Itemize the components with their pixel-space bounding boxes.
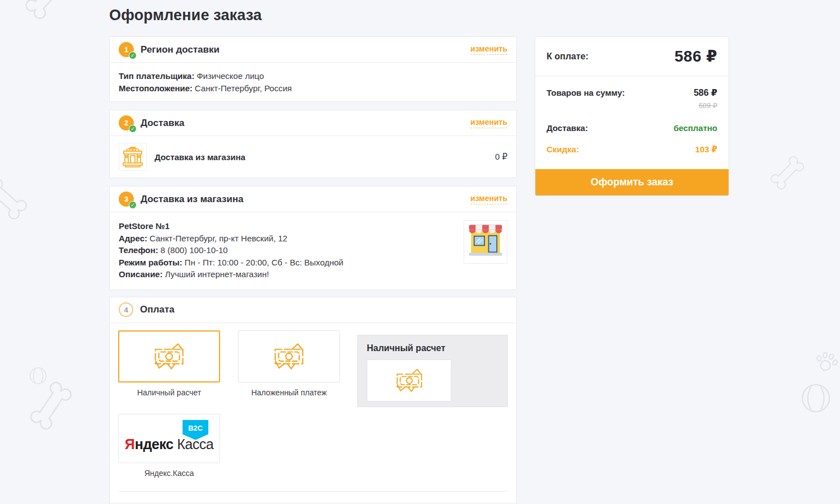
section-pickup-title: Доставка из магазина (141, 194, 244, 205)
order-total-row: К оплате: 586 ₽ (535, 37, 729, 76)
bone-icon (27, 379, 74, 432)
check-icon: ✓ (129, 125, 137, 133)
step-4-badge: 4 (119, 302, 133, 317)
section-payment-body: Наличный расчет Наложенный платеж Наличн… (110, 323, 516, 504)
payment-option-yandex-card[interactable]: B2C Яндекс Касса (118, 414, 220, 463)
location-value: Санкт-Петербург, Россия (195, 83, 292, 93)
discount-row: Скидка: 103 ₽ (547, 144, 717, 155)
step-1-badge: 1 ✓ (119, 42, 134, 57)
section-delivery: 2 ✓ Доставка изменить Доставка из магази… (109, 110, 517, 178)
section-delivery-header: 2 ✓ Доставка изменить (110, 110, 516, 136)
step-4-number: 4 (124, 306, 128, 314)
order-total-value: 586 ₽ (675, 47, 717, 66)
selected-payment-title: Наличный расчет (367, 343, 498, 353)
delivery-cost-value: бесплатно (674, 123, 717, 133)
checkout-main-column: 1 ✓ Регион доставки изменить Тип платель… (109, 36, 517, 504)
step-1-number: 1 (124, 45, 128, 54)
section-region-body: Тип плательщика:Физическое лицо Местопол… (110, 63, 516, 101)
selected-payment-panel: Наличный расчет (357, 335, 508, 407)
cash-icon (151, 339, 188, 373)
items-total-value: 586 ₽ (694, 87, 717, 98)
order-summary-card: К оплате: 586 ₽ Товаров на сумму: 586 ₽ … (535, 36, 729, 196)
store-phone-value: 8 (800) 100-10-10 (161, 245, 228, 255)
location-label: Местоположение: (119, 83, 193, 93)
payment-option-cod-label: Наложенный платеж (238, 388, 340, 397)
payment-option-cash: Наличный расчет (118, 330, 220, 407)
delivery-method-row: Доставка из магазина 0 ₽ (110, 136, 516, 178)
payment-options-row: Наличный расчет Наложенный платеж Наличн… (118, 330, 508, 407)
store-phone-row: Телефон:8 (800) 100-10-10 (119, 244, 456, 256)
discount-label: Скидка: (547, 144, 579, 154)
selected-payment-card (367, 360, 451, 402)
delivery-method-price: 0 ₽ (495, 152, 507, 162)
payment-option-cash-label: Наличный расчет (118, 388, 220, 397)
submit-order-button[interactable]: Оформить заказ (535, 169, 729, 195)
cash-icon (393, 365, 426, 395)
store-hours-label: Режим работы: (119, 258, 183, 267)
store-address-row: Адрес:Санкт-Петербург, пр-кт Невский, 12 (119, 232, 456, 245)
store-address-label: Адрес: (119, 234, 147, 243)
bone-icon (0, 175, 30, 223)
store-details: PetStore №1 Адрес:Санкт-Петербург, пр-кт… (110, 212, 516, 290)
store-desc-row: Описание:Лучший интернет-магазин! (119, 268, 456, 281)
bone-icon (768, 153, 807, 192)
store-desc-label: Описание: (119, 269, 162, 279)
tennis-ball-icon (29, 367, 47, 385)
yandex-logo-red: Я (125, 436, 135, 452)
delivery-method-name: Доставка из магазина (155, 152, 245, 162)
section-delivery-title: Доставка (141, 118, 184, 129)
step-2-number: 2 (124, 119, 128, 127)
section-region: 1 ✓ Регион доставки изменить Тип платель… (109, 36, 517, 102)
payer-type-value: Физическое лицо (197, 71, 264, 81)
region-edit-link[interactable]: изменить (470, 44, 507, 55)
section-region-header: 1 ✓ Регион доставки изменить (110, 37, 516, 63)
section-payment-title: Оплата (140, 304, 175, 315)
section-payment-header: 4 Оплата (110, 297, 516, 323)
pickup-edit-link[interactable]: изменить (470, 194, 507, 204)
order-total-label: К оплате: (547, 52, 589, 62)
payer-type-label: Тип плательщика: (119, 71, 194, 81)
payment-option-yandex-label: Яндекс.Касса (118, 469, 220, 478)
delivery-edit-link[interactable]: изменить (470, 118, 507, 128)
storefront-image (464, 220, 507, 264)
discount-value: 103 ₽ (695, 144, 717, 155)
store-name: PetStore №1 (119, 220, 456, 232)
store-info: PetStore №1 Адрес:Санкт-Петербург, пр-кт… (119, 220, 456, 281)
store-desc-value: Лучший интернет-магазин! (165, 269, 269, 279)
store-address-value: Санкт-Петербург, пр-кт Невский, 12 (150, 234, 287, 243)
bone-icon (22, 0, 72, 22)
section-pickup-header: 3 ✓ Доставка из магазина изменить (110, 186, 516, 212)
store-hours-row: Режим работы:Пн - Пт: 10:00 - 20:00, Сб … (119, 256, 456, 269)
step-3-number: 3 (124, 195, 128, 203)
store-hours-value: Пн - Пт: 10:00 - 20:00, Сб - Вс: Выходно… (185, 258, 344, 267)
section-payment: 4 Оплата Наличный расчет Наложенный плат… (109, 297, 517, 504)
tennis-ball-icon (801, 383, 831, 413)
location-row: Местоположение:Санкт-Петербург, Россия (119, 82, 507, 95)
order-summary-rows: Товаров на сумму: 586 ₽ 689 ₽ Доставка: … (535, 76, 729, 169)
divider (118, 491, 508, 492)
section-region-title: Регион доставки (141, 44, 220, 55)
cash-icon (270, 339, 307, 373)
items-old-price: 689 ₽ (547, 101, 717, 110)
store-outline-icon (119, 143, 147, 171)
step-2-badge: 2 ✓ (119, 115, 134, 130)
delivery-cost-row: Доставка: бесплатно (547, 123, 717, 133)
yandex-kassa-logo: Яндекс Касса (125, 436, 213, 452)
paw-icon (812, 347, 840, 376)
check-icon: ✓ (129, 52, 137, 59)
payment-option-yandex: B2C Яндекс Касса Яндекс.Касса (118, 414, 508, 478)
order-summary: К оплате: 586 ₽ Товаров на сумму: 586 ₽ … (535, 36, 729, 196)
items-total-row: Товаров на сумму: 586 ₽ (547, 87, 717, 98)
payment-option-cash-card[interactable] (118, 330, 220, 382)
store-phone-label: Телефон: (119, 245, 158, 255)
section-pickup: 3 ✓ Доставка из магазина изменить PetSto… (109, 186, 517, 290)
delivery-cost-label: Доставка: (547, 123, 588, 133)
payment-option-cod: Наложенный платеж (238, 330, 340, 407)
payer-type-row: Тип плательщика:Физическое лицо (119, 70, 507, 82)
yandex-logo-black: ндекс (135, 436, 173, 452)
items-total-label: Товаров на сумму: (547, 88, 625, 97)
check-icon: ✓ (129, 201, 137, 209)
page-title: Оформление заказа (109, 7, 262, 24)
step-3-badge: 3 ✓ (119, 192, 134, 207)
payment-option-cod-card[interactable] (238, 330, 340, 382)
